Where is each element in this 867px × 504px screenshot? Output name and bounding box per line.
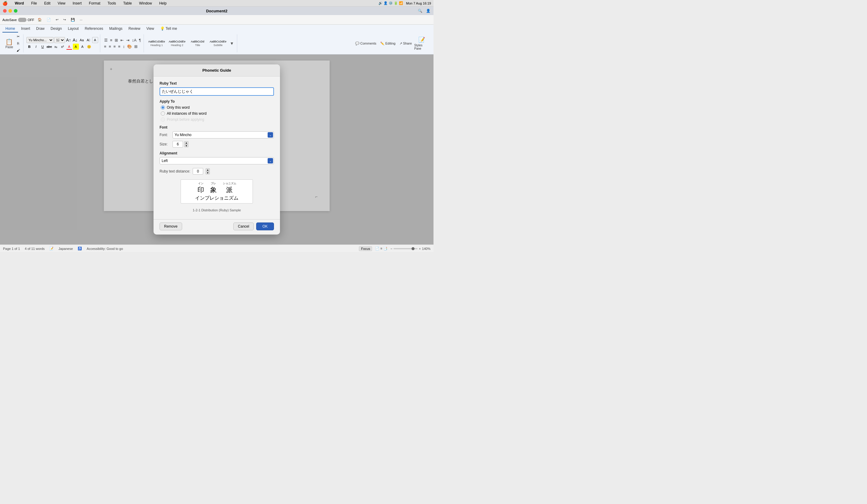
- font-dropdown-arrow[interactable]: ⌄: [268, 132, 273, 138]
- ruby-text-input[interactable]: [160, 87, 274, 96]
- more-toolbar-icon[interactable]: ···: [78, 18, 84, 22]
- focus-button[interactable]: Focus: [359, 246, 372, 251]
- menu-table[interactable]: Table: [122, 1, 133, 6]
- menu-tools[interactable]: Tools: [106, 1, 117, 6]
- tab-references[interactable]: References: [82, 25, 106, 33]
- show-formatting-button[interactable]: ¶: [138, 37, 142, 43]
- zoom-thumb[interactable]: [411, 247, 415, 250]
- menu-view[interactable]: View: [56, 1, 66, 6]
- zoom-in-button[interactable]: +: [419, 247, 420, 250]
- text-shade-button[interactable]: A: [79, 44, 85, 50]
- font-color-button[interactable]: A: [66, 44, 72, 50]
- decrease-font-button[interactable]: A↓: [72, 37, 78, 43]
- numbering-button[interactable]: ≡: [109, 37, 114, 43]
- align-center-button[interactable]: ≡: [108, 44, 112, 50]
- alignment-selector[interactable]: Left ⌄: [160, 157, 274, 164]
- size-down-arrow[interactable]: ▼: [184, 144, 189, 147]
- person-icon[interactable]: 👤: [426, 9, 430, 13]
- autosave-toggle[interactable]: [18, 18, 26, 22]
- align-left-button[interactable]: ≡: [103, 44, 107, 50]
- ok-button[interactable]: OK: [256, 223, 274, 230]
- maximize-button[interactable]: [14, 9, 18, 13]
- tab-tell-me[interactable]: 💡 Tell me: [157, 25, 180, 33]
- style-heading2[interactable]: AaBbCcDdEe Heading 2: [167, 35, 186, 51]
- style-heading1[interactable]: AaBbCcDdEe Heading 1: [147, 35, 166, 51]
- editing-button[interactable]: ✏️ Editing: [379, 41, 397, 46]
- highlight-button[interactable]: A: [73, 44, 79, 50]
- sort-button[interactable]: ↕A: [131, 37, 137, 43]
- distance-up-arrow[interactable]: ▲: [206, 168, 210, 171]
- shading-button[interactable]: 🎨: [126, 44, 133, 50]
- bold-button[interactable]: B: [26, 44, 32, 50]
- tab-view[interactable]: View: [143, 25, 157, 33]
- borders-button[interactable]: ⊞: [133, 44, 138, 50]
- styles-expand-button[interactable]: ▼: [228, 41, 235, 46]
- radio-label-only: Only this word: [167, 105, 190, 110]
- size-up-arrow[interactable]: ▲: [184, 141, 189, 144]
- emoji-button[interactable]: 🙂: [86, 44, 92, 50]
- style-title[interactable]: AaBbCcDd Title: [188, 35, 207, 51]
- copy-button[interactable]: ⎘: [15, 40, 21, 46]
- share-button[interactable]: ↗ Share: [398, 41, 413, 46]
- distance-stepper[interactable]: ▲ ▼: [206, 168, 210, 174]
- menu-word[interactable]: Word: [13, 1, 25, 6]
- font-name-selector[interactable]: Yu Mincho ⌄: [172, 131, 274, 139]
- new-doc-icon[interactable]: 📄: [45, 17, 52, 22]
- distance-down-arrow[interactable]: ▼: [206, 171, 210, 174]
- increase-font-button[interactable]: A↑: [66, 37, 72, 43]
- paste-button[interactable]: 📋 Paste: [4, 37, 14, 50]
- styles-pane-button[interactable]: 📝 Styles Pane: [414, 36, 429, 50]
- cut-button[interactable]: ✂: [15, 33, 21, 40]
- increase-indent-button[interactable]: ⇥: [125, 37, 130, 43]
- tab-draw[interactable]: Draw: [33, 25, 47, 33]
- radio-all-instances[interactable]: All instances of this word: [161, 111, 274, 116]
- superscript-button[interactable]: x²: [60, 44, 66, 50]
- clear-format-button[interactable]: A⃥: [85, 37, 92, 43]
- zoom-out-button[interactable]: −: [390, 247, 392, 250]
- align-right-button[interactable]: ≡: [113, 44, 117, 50]
- redo-icon[interactable]: ↪: [62, 17, 67, 22]
- tab-mailings[interactable]: Mailings: [106, 25, 126, 33]
- tab-insert[interactable]: Insert: [18, 25, 33, 33]
- radio-only-this-word[interactable]: Only this word: [161, 105, 274, 110]
- subscript-button[interactable]: x₂: [53, 44, 59, 50]
- search-titlebar-icon[interactable]: 🔍: [418, 9, 422, 13]
- font-format-button[interactable]: A: [92, 37, 98, 43]
- cancel-button[interactable]: Cancel: [233, 223, 254, 230]
- tab-design[interactable]: Design: [47, 25, 65, 33]
- ruby-char-1: 印: [197, 185, 204, 194]
- remove-button[interactable]: Remove: [160, 223, 182, 230]
- menu-insert[interactable]: Insert: [71, 1, 83, 6]
- menu-window[interactable]: Window: [138, 1, 153, 6]
- bullets-button[interactable]: ☰: [103, 37, 109, 43]
- tab-review[interactable]: Review: [126, 25, 143, 33]
- undo-icon[interactable]: ↩: [54, 17, 60, 22]
- format-painter-button[interactable]: 🖌: [15, 47, 21, 53]
- comments-button[interactable]: 💬 Comments: [354, 41, 378, 46]
- menu-help[interactable]: Help: [158, 1, 168, 6]
- tab-layout[interactable]: Layout: [65, 25, 82, 33]
- zoom-slider[interactable]: [394, 248, 418, 249]
- font-case-button[interactable]: Aa: [79, 37, 85, 43]
- font-name-select[interactable]: Yu Mincho...: [26, 37, 54, 43]
- home-icon[interactable]: 🏠: [36, 17, 43, 22]
- font-size-select[interactable]: 12: [54, 37, 65, 43]
- strikethrough-button[interactable]: abc: [46, 44, 52, 50]
- underline-button[interactable]: U: [40, 44, 46, 50]
- close-button[interactable]: [3, 9, 7, 13]
- menu-format[interactable]: Format: [88, 1, 101, 6]
- justify-button[interactable]: ≡: [117, 44, 121, 50]
- preview-bottom-text: インプレショニズム: [195, 195, 238, 201]
- italic-button[interactable]: I: [33, 44, 39, 50]
- style-subtitle[interactable]: AaBbCcDdEe Subtitle: [208, 35, 228, 51]
- menu-edit[interactable]: Edit: [43, 1, 52, 6]
- minimize-button[interactable]: [8, 9, 12, 13]
- save-icon[interactable]: 💾: [69, 17, 76, 22]
- alignment-dropdown-arrow[interactable]: ⌄: [268, 158, 273, 163]
- size-stepper[interactable]: ▲ ▼: [184, 141, 189, 147]
- decrease-indent-button[interactable]: ⇤: [119, 37, 125, 43]
- line-spacing-button[interactable]: ↕: [122, 44, 126, 50]
- tab-home[interactable]: Home: [2, 25, 18, 33]
- menu-file[interactable]: File: [30, 1, 38, 6]
- multilevel-button[interactable]: ⊞: [114, 37, 119, 43]
